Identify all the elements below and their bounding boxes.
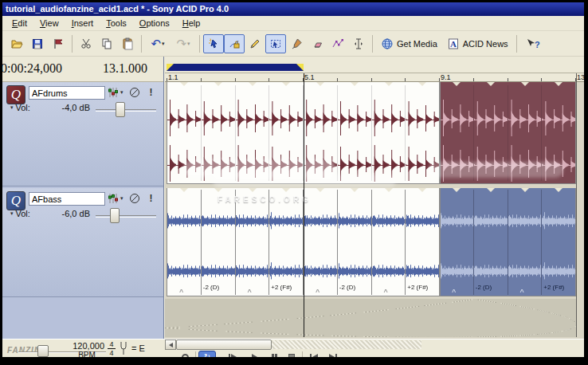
audio-event-bass-selected[interactable] <box>440 188 576 296</box>
track-color-icon[interactable]: Q <box>6 85 25 104</box>
acid-news-label: ACID News <box>463 39 508 49</box>
undo-button[interactable]: ↶▾ <box>145 34 171 53</box>
loop-start-handle-icon[interactable] <box>167 64 174 71</box>
volume-dropdown[interactable]: ▾Vol: <box>10 209 30 218</box>
loop-notch-icon <box>521 188 529 192</box>
loop-region-bar[interactable] <box>167 64 304 71</box>
menu-item-help[interactable]: Help <box>176 17 207 29</box>
fx-faders-icon <box>107 87 120 98</box>
track-fx-button[interactable]: ▾ <box>107 192 129 205</box>
timeline-area[interactable]: 1.15.19.113 -2 (D)^+2 (F#)^-2 (D)^+2 (F#… <box>165 57 584 339</box>
volume-value[interactable]: -4,0 dB <box>50 103 90 112</box>
scrollbar-thumb[interactable] <box>176 339 272 350</box>
mute-icon <box>129 87 140 98</box>
volume-value[interactable]: -6,0 dB <box>50 209 90 218</box>
get-media-label: Get Media <box>397 39 437 49</box>
context-help-button[interactable]: ? <box>520 34 546 53</box>
loop-notch-icon <box>487 82 495 86</box>
open-button[interactable] <box>6 34 27 53</box>
time-display[interactable]: 0:00:24,000 <box>2 61 62 76</box>
menu-bar: EditViewInsertToolsOptionsHelp <box>2 16 584 31</box>
lock-envelopes-button[interactable] <box>224 34 245 53</box>
paste-clipboard-icon <box>121 37 134 50</box>
ruler-tick <box>473 78 474 81</box>
loop-notch-icon <box>282 82 290 86</box>
solo-icon: ! <box>150 87 153 98</box>
tempo-slider-thumb[interactable] <box>37 345 49 357</box>
ruler-label: 1.1 <box>168 73 178 81</box>
loop-notch-icon <box>521 82 529 86</box>
paste-button[interactable] <box>117 34 138 53</box>
menu-item-tools[interactable]: Tools <box>100 17 133 29</box>
acid-pro-window: tutorial_audiofanzine_acid1.acd * - Sony… <box>2 2 584 357</box>
beat-ruler[interactable]: 1.15.19.113 <box>165 73 584 82</box>
get-media-button[interactable]: Get Media <box>376 34 442 53</box>
save-button[interactable] <box>27 34 48 53</box>
scroll-left-button[interactable] <box>165 339 176 350</box>
pitch-shift-label: -2 (D) <box>339 284 355 291</box>
play-button[interactable] <box>245 351 263 357</box>
loop-playback-button[interactable]: ↻ <box>198 351 216 357</box>
publish-button[interactable] <box>48 34 69 53</box>
paintbrush-icon <box>290 37 303 50</box>
volume-slider-thumb[interactable] <box>110 208 120 223</box>
pause-button[interactable] <box>265 351 283 357</box>
mute-button[interactable] <box>127 85 141 99</box>
copy-button[interactable] <box>96 34 117 53</box>
loop-notch-icon <box>316 82 324 86</box>
time-signature[interactable]: 4 4 <box>108 340 116 357</box>
solo-button[interactable]: ! <box>144 85 158 99</box>
menu-item-edit[interactable]: Edit <box>6 17 33 29</box>
beats-display[interactable]: 13.1.000 <box>103 61 147 76</box>
paint-tool-button[interactable] <box>286 34 307 53</box>
menu-item-options[interactable]: Options <box>133 17 176 29</box>
volume-slider-track[interactable] <box>96 109 156 112</box>
acid-news-button[interactable]: A ACID News <box>442 34 513 53</box>
cut-button[interactable] <box>76 34 96 53</box>
stop-button[interactable] <box>283 351 300 357</box>
erase-tool-button[interactable] <box>307 34 327 53</box>
scissors-icon <box>80 37 92 50</box>
time-selection-tool-button[interactable] <box>348 34 369 53</box>
volume-slider-track[interactable] <box>96 215 156 218</box>
solo-button[interactable]: ! <box>144 191 158 205</box>
selection-tool-button[interactable] <box>265 34 286 53</box>
enable-snapping-button[interactable] <box>203 34 224 53</box>
record-button[interactable] <box>176 351 194 357</box>
menu-item-view[interactable]: View <box>33 17 65 29</box>
volume-slider-thumb[interactable] <box>116 102 125 117</box>
play-from-start-button[interactable] <box>224 351 241 357</box>
track-name-input[interactable] <box>29 192 105 206</box>
loop-notch-icon <box>555 82 563 86</box>
project-key-value[interactable]: = E <box>131 343 145 353</box>
track-header-drums: Q ▾ ! ▾Vol: -4,0 dB <box>2 82 163 186</box>
measure-divider <box>371 85 372 181</box>
mute-button[interactable] <box>127 191 141 205</box>
track-name-input[interactable] <box>29 86 105 100</box>
measure-divider <box>235 190 236 295</box>
go-to-end-button[interactable] <box>324 351 342 357</box>
bpm-value[interactable]: 120,000 <box>69 341 104 351</box>
marker-bar[interactable] <box>165 57 584 73</box>
volume-dropdown[interactable]: ▾Vol: <box>10 103 30 112</box>
horizontal-scrollbar[interactable] <box>165 339 584 350</box>
help-arrow-icon: ? <box>525 37 541 50</box>
transport-bar: ↻ <box>165 350 584 357</box>
draw-tool-button[interactable] <box>245 34 265 53</box>
envelope-tool-button[interactable] <box>327 34 348 53</box>
redo-arrow-icon: ↷ <box>176 37 186 49</box>
chevron-icon: ^ <box>452 288 456 295</box>
scrollbar-track[interactable] <box>272 340 421 349</box>
track-fx-button[interactable]: ▾ <box>107 86 129 99</box>
measure-divider <box>541 190 542 295</box>
menu-item-insert[interactable]: Insert <box>65 17 100 29</box>
loop-end-handle-icon[interactable] <box>296 64 304 71</box>
track-color-icon[interactable]: Q <box>6 191 25 210</box>
loop-notch-icon <box>214 82 222 86</box>
globe-icon <box>381 37 394 50</box>
loop-notch-icon <box>180 82 188 86</box>
go-to-start-button[interactable] <box>305 351 323 357</box>
volume-label: Vol: <box>16 103 30 112</box>
loop-notch-icon <box>282 188 290 192</box>
redo-button[interactable]: ↷▾ <box>171 34 196 53</box>
